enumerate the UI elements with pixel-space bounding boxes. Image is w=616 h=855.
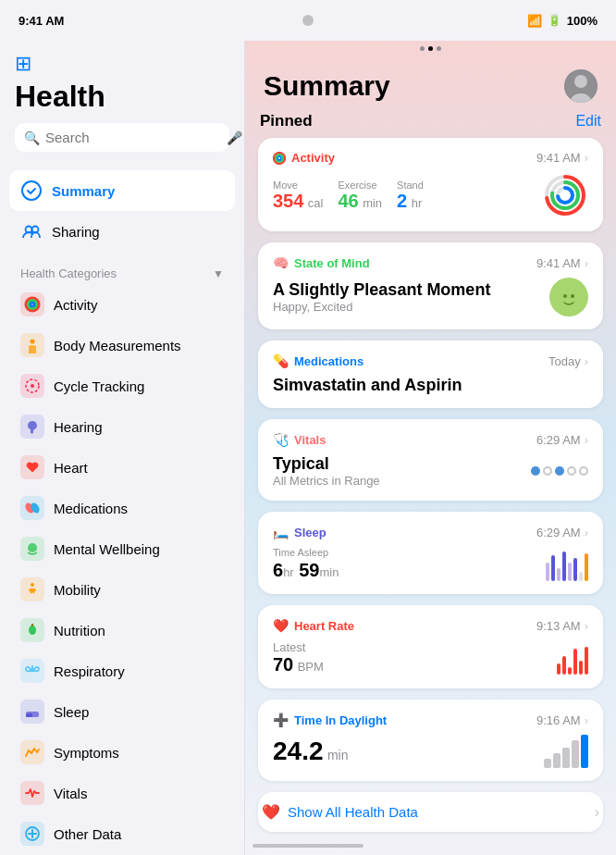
vitals-card-icon: 🩺 [273, 432, 289, 447]
cycle-tracking-icon [20, 374, 44, 398]
sleep-card-time: 6:29 AM › [536, 526, 588, 539]
toolbar-dots [245, 41, 616, 56]
exercise-value-row: 46 min [338, 191, 382, 212]
activity-icon [20, 292, 44, 316]
health-categories-label: Health Categories [20, 266, 117, 280]
exercise-value: 46 [338, 191, 358, 211]
main-content: Summary Pinned Edit Activity 9:41 [245, 41, 616, 855]
vitals-subtitle: All Metrics in Range [273, 474, 380, 488]
mobility-label: Mobility [54, 582, 101, 598]
search-input[interactable] [45, 130, 221, 145]
show-all-label: Show All Health Data [288, 804, 418, 820]
mic-icon[interactable]: 🎤 [227, 130, 242, 145]
sleep-hr-label: hr [283, 565, 294, 579]
sidebar-item-body-measurements[interactable]: Body Measurements [9, 325, 235, 366]
sidebar-item-heart[interactable]: Heart [9, 447, 235, 488]
sidebar-item-vitals[interactable]: Vitals [9, 773, 235, 813]
sidebar-item-medications[interactable]: Medications [9, 488, 235, 528]
sleep-bars-chart [546, 548, 588, 581]
medications-value: Simvastatin and Aspirin [273, 376, 588, 395]
nutrition-icon [20, 618, 44, 642]
sidebar-item-mental-wellbeing[interactable]: Mental Wellbeing [9, 528, 235, 569]
summary-label: Summary [52, 183, 115, 199]
daylight-card-time: 9:16 AM › [536, 713, 588, 727]
vitals-dot-empty-1 [543, 466, 552, 476]
body-measurements-label: Body Measurements [54, 338, 181, 353]
sidebar-title: Health [15, 80, 229, 114]
vitals-card-header: 🩺 Vitals 6:29 AM › [273, 432, 588, 447]
sidebar-item-sharing[interactable]: Sharing [9, 211, 235, 252]
sleep-chevron: › [585, 526, 588, 539]
avatar[interactable] [564, 69, 598, 103]
hearing-label: Hearing [54, 419, 103, 435]
activity-rings [542, 172, 588, 218]
sidebar-item-other-data[interactable]: Other Data [9, 813, 235, 854]
vitals-card[interactable]: 🩺 Vitals 6:29 AM › Typical All Metrics i… [258, 419, 603, 501]
state-text: A Slightly Pleasant Moment Happy, Excite… [273, 280, 490, 314]
vitals-body: Typical All Metrics in Range [273, 454, 588, 488]
activity-card-label: Activity [273, 151, 335, 165]
heart-label: Heart [54, 460, 88, 476]
daylight-card[interactable]: ➕ Time In Daylight 9:16 AM › 24.2 min [258, 700, 603, 781]
move-label: Move [273, 180, 323, 191]
sleep-bar-5 [568, 563, 572, 581]
wifi-icon: 📶 [527, 14, 542, 28]
sleep-card[interactable]: 🛏️ Sleep 6:29 AM › Time Asleep 6hr [258, 512, 603, 594]
activity-label-text: Activity [291, 151, 335, 165]
status-time: 9:41 AM [18, 14, 64, 28]
daylight-icon: ➕ [273, 712, 289, 727]
heart-rate-card-time: 9:13 AM › [536, 619, 588, 633]
sidebar-item-mobility[interactable]: Mobility [9, 569, 235, 610]
svg-point-6 [31, 340, 35, 344]
battery-icon: 🔋 [548, 14, 561, 27]
state-of-mind-icon: 🧠 [273, 255, 289, 270]
heart-icon [20, 455, 44, 479]
other-data-icon [20, 822, 44, 846]
sidebar: ⊞ Health 🔍 🎤 Summary Sharing [0, 41, 245, 855]
other-data-label: Other Data [54, 826, 121, 842]
toolbar-dot-1 [420, 46, 425, 51]
respiratory-icon [20, 659, 44, 683]
sidebar-item-sleep[interactable]: Sleep [9, 691, 235, 732]
heart-rate-card-label: ❤️ Heart Rate [273, 618, 354, 633]
sidebar-item-activity[interactable]: Activity [9, 284, 235, 325]
daylight-bar-4 [572, 740, 579, 768]
vitals-card-time: 6:29 AM › [536, 433, 588, 447]
edit-button[interactable]: Edit [575, 113, 601, 130]
sidebar-item-cycle-tracking[interactable]: Cycle Tracking [9, 366, 235, 406]
state-of-mind-card[interactable]: 🧠 State of Mind 9:41 AM › A Slightly Ple… [258, 242, 603, 329]
sidebar-toggle-icon[interactable]: ⊞ [15, 52, 31, 75]
activity-card[interactable]: Activity 9:41 AM › Move 354 cal [258, 138, 603, 231]
state-card-body: A Slightly Pleasant Moment Happy, Excite… [273, 278, 588, 316]
medications-chevron: › [585, 354, 588, 368]
daylight-value: 24.2 [273, 737, 324, 765]
stand-unit: hr [412, 196, 423, 210]
search-bar[interactable]: 🔍 🎤 [15, 123, 229, 152]
sleep-bar-8 [585, 553, 588, 581]
sidebar-item-nutrition[interactable]: Nutrition [9, 610, 235, 651]
hr-unit: BPM [298, 660, 324, 674]
medications-card[interactable]: 💊 Medications Today › Simvastatin and As… [258, 341, 603, 408]
daylight-card-header: ➕ Time In Daylight 9:16 AM › [273, 712, 588, 727]
show-all-chevron: › [595, 804, 599, 821]
sidebar-item-summary[interactable]: Summary [9, 170, 235, 211]
daylight-body: 24.2 min [273, 735, 588, 768]
svg-point-8 [31, 384, 34, 388]
sidebar-item-respiratory[interactable]: Respiratory [9, 651, 235, 691]
show-all-row[interactable]: ❤️ Show All Health Data › [258, 792, 603, 832]
sidebar-item-symptoms[interactable]: Symptoms [9, 732, 235, 773]
health-categories-header[interactable]: Health Categories ▼ [9, 259, 235, 284]
vitals-text: Typical All Metrics in Range [273, 454, 380, 488]
sleep-card-icon: 🛏️ [273, 525, 289, 539]
sleep-hours-value: 6 [273, 560, 283, 580]
svg-rect-15 [26, 713, 32, 717]
content-header: Summary [245, 56, 616, 112]
activity-chevron: › [585, 151, 588, 165]
sleep-bar-6 [573, 558, 577, 581]
vitals-dot-empty-2 [567, 466, 576, 476]
sleep-text: Time Asleep 6hr 59min [273, 547, 339, 581]
sidebar-item-hearing[interactable]: Hearing [9, 406, 235, 447]
sleep-bar-4 [562, 551, 566, 581]
heart-rate-card[interactable]: ❤️ Heart Rate 9:13 AM › Latest 70 BPM [258, 605, 603, 688]
daylight-unit: min [327, 748, 349, 762]
